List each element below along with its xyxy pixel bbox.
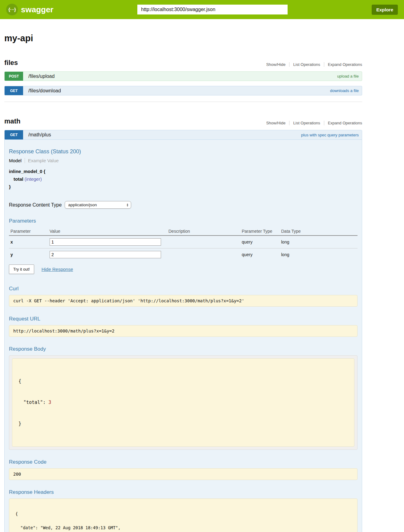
header-bar: {⋯} swagger Explore — [0, 0, 404, 19]
model-close-brace: } — [9, 183, 358, 191]
response-content-type-row: Response Content Type application/json ▲… — [9, 201, 358, 209]
parameter-row-y: y query long — [9, 248, 358, 261]
post-method-badge: POST — [5, 72, 23, 81]
response-body-heading: Response Body — [9, 346, 358, 352]
endpoint-path-files-upload[interactable]: /files/upload — [28, 74, 55, 79]
endpoint-path-files-download[interactable]: /files/download — [28, 88, 61, 94]
select-arrows-icon: ▲▼ — [126, 203, 128, 207]
endpoint-row-get-math-plus[interactable]: GET /math/plus plus with spec query para… — [5, 130, 362, 140]
model-signature: inline_model_0 { total (integer) } — [9, 167, 358, 191]
model-tabs: Model Example Value — [9, 158, 358, 163]
response-headers-json: { "date": "Wed, 22 Aug 2018 18:49:13 GMT… — [9, 498, 358, 532]
param-description-y — [167, 248, 240, 261]
endpoint-path-math-plus[interactable]: /math/plus — [28, 132, 51, 138]
math-section-controls: Show/Hide List Operations Expand Operati… — [266, 121, 362, 125]
response-content-type-value: application/json — [68, 203, 97, 207]
api-title: my-api — [4, 33, 362, 43]
param-value-input-y[interactable] — [50, 251, 161, 258]
response-class-heading: Response Class (Status 200) — [9, 148, 358, 155]
get-method-badge: GET — [5, 86, 23, 95]
endpoint-summary-upload-a-file[interactable]: upload a file — [337, 74, 359, 79]
get-method-badge: GET — [5, 130, 23, 139]
curl-command: curl -X GET --header 'Accept: applicatio… — [9, 295, 358, 307]
response-body-json: { "total": 3 } — [12, 358, 354, 447]
curl-heading: Curl — [9, 286, 358, 292]
separator — [289, 62, 289, 67]
param-type-x: query — [240, 236, 280, 248]
files-list-operations-link[interactable]: List Operations — [293, 62, 320, 67]
explore-button[interactable]: Explore — [372, 5, 398, 15]
separator — [324, 62, 324, 67]
response-code-value: 200 — [9, 468, 358, 480]
headers-line: { — [15, 512, 351, 516]
param-data-type-y: long — [280, 248, 358, 261]
endpoint-row-get-files-download[interactable]: GET /files/download downloads a file — [4, 86, 362, 95]
endpoint-row-post-files-upload[interactable]: POST /files/upload upload a file — [4, 71, 362, 81]
math-expand-operations-link[interactable]: Expand Operations — [328, 121, 362, 125]
model-property-type: (integer) — [25, 176, 42, 182]
spec-url-input[interactable] — [137, 5, 288, 14]
section-divider — [4, 102, 362, 102]
model-property: total (integer) — [9, 175, 358, 183]
separator — [324, 121, 324, 125]
math-show-hide-link[interactable]: Show/Hide — [266, 121, 285, 125]
math-list-operations-link[interactable]: List Operations — [293, 121, 320, 125]
swagger-braces-icon: {⋯} — [6, 4, 18, 15]
col-value: Value — [48, 227, 167, 236]
endpoint-summary-plus-query[interactable]: plus with spec query parameters — [301, 133, 359, 137]
files-expand-operations-link[interactable]: Expand Operations — [328, 62, 362, 67]
model-property-name: total — [14, 176, 23, 182]
section-title-files[interactable]: files — [4, 59, 18, 67]
response-content-type-select[interactable]: application/json ▲▼ — [65, 201, 131, 209]
parameters-table: Parameter Value Description Parameter Ty… — [9, 227, 358, 261]
param-data-type-x: long — [280, 236, 358, 248]
response-headers-heading: Response Headers — [9, 489, 358, 495]
tab-model[interactable]: Model — [9, 158, 25, 163]
param-type-y: query — [240, 248, 280, 261]
response-code-heading: Response Code — [9, 459, 358, 465]
json-close-brace: } — [18, 420, 348, 427]
get-math-plus-block: GET /math/plus plus with spec query para… — [4, 130, 362, 532]
col-description: Description — [167, 227, 240, 236]
json-open-brace: { — [18, 378, 348, 385]
try-it-out-button[interactable]: Try it out! — [9, 264, 34, 274]
section-title-math[interactable]: math — [4, 117, 21, 125]
col-parameter-type: Parameter Type — [240, 227, 280, 236]
json-value: 3 — [48, 400, 51, 405]
headers-line: "date": "Wed, 22 Aug 2018 18:49:13 GMT", — [15, 526, 351, 530]
files-section-controls: Show/Hide List Operations Expand Operati… — [266, 62, 362, 67]
endpoint-summary-downloads-a-file[interactable]: downloads a file — [330, 88, 359, 93]
model-name: inline_model_0 { — [9, 167, 358, 175]
col-parameter: Parameter — [9, 227, 48, 236]
swagger-logo-text: swagger — [21, 5, 54, 14]
parameters-header-row: Parameter Value Description Parameter Ty… — [9, 227, 358, 236]
files-section-header: files Show/Hide List Operations Expand O… — [4, 59, 362, 67]
try-it-out-row: Try it out! Hide Response — [9, 264, 358, 274]
param-value-input-x[interactable] — [50, 238, 161, 246]
json-key: "total": — [23, 400, 48, 405]
main-content: my-api files Show/Hide List Operations E… — [4, 33, 362, 532]
parameter-row-x: x query long — [9, 236, 358, 248]
files-show-hide-link[interactable]: Show/Hide — [266, 62, 285, 67]
parameters-heading: Parameters — [9, 218, 358, 224]
tab-example-value[interactable]: Example Value — [25, 158, 59, 163]
response-content-type-label: Response Content Type — [9, 202, 62, 208]
col-data-type: Data Type — [280, 227, 358, 236]
param-name-y: y — [9, 248, 48, 261]
request-url-value: http://localhost:3000/math/plus?x=1&y=2 — [9, 325, 358, 337]
separator — [289, 121, 289, 125]
json-total-line: "total": 3 — [18, 399, 348, 406]
get-math-plus-panel: Response Class (Status 200) Model Exampl… — [5, 140, 362, 532]
hide-response-link[interactable]: Hide Response — [42, 267, 73, 272]
param-description-x — [167, 236, 240, 248]
math-section-header: math Show/Hide List Operations Expand Op… — [4, 117, 362, 125]
request-url-heading: Request URL — [9, 316, 358, 322]
param-name-x: x — [9, 236, 48, 248]
response-body-wrapper: { "total": 3 } — [9, 355, 358, 450]
swagger-logo[interactable]: {⋯} swagger — [6, 4, 54, 15]
